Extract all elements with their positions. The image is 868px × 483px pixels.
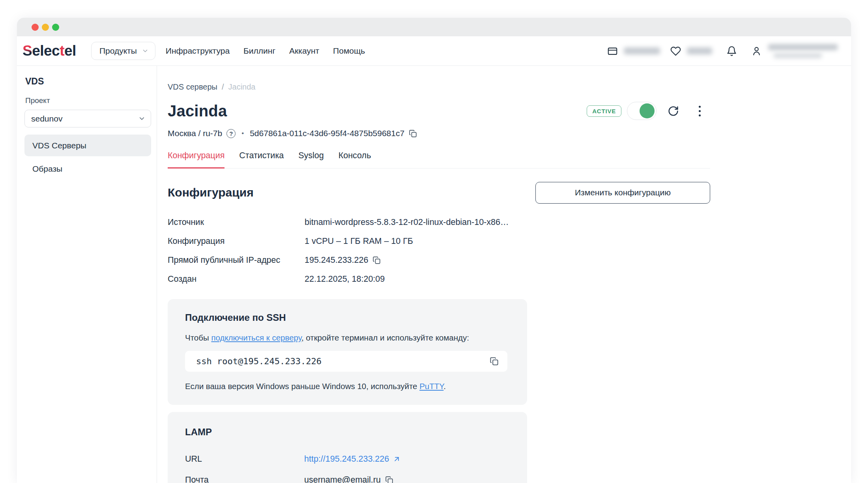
putty-link[interactable]: PuTTY <box>419 382 443 391</box>
chevron-down-icon <box>142 47 149 54</box>
external-link-icon[interactable] <box>393 455 401 463</box>
server-controls: ACTIVE <box>587 102 710 120</box>
app-window: Selectel Продукты Инфраструктура Биллинг… <box>17 18 851 483</box>
edit-configuration-button[interactable]: Изменить конфигурацию <box>535 182 710 204</box>
tabs: Конфигурация Статистика Syslog Консоль <box>168 151 710 168</box>
status-badge: ACTIVE <box>587 105 621 117</box>
favorites-count-blurred[interactable] <box>687 47 712 54</box>
more-actions-kebab-icon[interactable] <box>697 104 702 118</box>
config-row-label: Прямой публичный IP-адрес <box>168 255 305 265</box>
connect-to-server-link[interactable]: подключиться к серверу <box>211 333 301 342</box>
config-row-label: Источник <box>168 217 305 227</box>
ssh-command: ssh root@195.245.233.226 <box>196 356 322 366</box>
billing-card-icon[interactable] <box>607 46 618 56</box>
ssh-command-box: ssh root@195.245.233.226 <box>185 351 507 372</box>
copy-ip-icon[interactable] <box>372 256 381 264</box>
chevron-down-icon <box>138 115 146 122</box>
project-select-value: sedunov <box>31 114 62 124</box>
app-header: Selectel Продукты Инфраструктура Биллинг… <box>17 36 851 66</box>
project-select[interactable]: sedunov <box>24 110 151 127</box>
notifications-bell-icon[interactable] <box>726 46 737 56</box>
sidebar: VDS Проект sedunov VDS Серверы Образы <box>17 66 157 483</box>
config-row-value: 22.12.2025, 18:20:09 <box>305 274 385 284</box>
breadcrumb: VDS серверы / Jacinda <box>168 82 710 92</box>
lamp-row-value: http://195.245.233.226 <box>304 454 401 464</box>
products-dropdown[interactable]: Продукты <box>91 42 155 60</box>
configuration-details: Источник bitnami-wordpress-5.8.3-12-r02-… <box>168 213 710 289</box>
lamp-row-value: username@email.ru <box>304 475 393 483</box>
logo-letters: el <box>64 43 76 59</box>
account-id-blurred <box>774 53 822 58</box>
lamp-row-label: Почта <box>185 475 304 483</box>
sidebar-item-vds-servers[interactable]: VDS Серверы <box>24 135 151 156</box>
products-dropdown-label: Продукты <box>99 46 137 56</box>
sidebar-item-images[interactable]: Образы <box>24 158 151 180</box>
ssh-note-text: Если ваша версия Windows раньше Windows … <box>185 382 507 391</box>
config-row-value: bitnami-wordpress-5.8.3-12-r02-linux-deb… <box>305 217 509 227</box>
tab-console[interactable]: Консоль <box>339 151 371 168</box>
lamp-row-url: URL http://195.245.233.226 <box>185 449 507 470</box>
lamp-details: URL http://195.245.233.226 Почта <box>185 449 507 483</box>
power-toggle[interactable] <box>627 102 657 120</box>
copy-mail-icon[interactable] <box>385 476 393 483</box>
logo-letter-t: t <box>60 43 64 59</box>
nav-infrastructure[interactable]: Инфраструктура <box>166 46 230 56</box>
header-right <box>607 44 838 58</box>
minimize-window-button[interactable] <box>42 24 49 31</box>
project-label: Проект <box>25 96 151 105</box>
config-row-source: Источник bitnami-wordpress-5.8.3-12-r02-… <box>168 213 710 232</box>
server-meta-row: Москва / ru-7b ? • 5d67861a-011c-43d6-95… <box>168 129 710 138</box>
nav-account[interactable]: Аккаунт <box>289 46 319 56</box>
configuration-section-header: Конфигурация Изменить конфигурацию <box>168 182 710 204</box>
server-name: Jacinda <box>168 102 227 120</box>
tab-statistics[interactable]: Статистика <box>239 151 284 168</box>
close-window-button[interactable] <box>32 24 39 31</box>
copy-command-icon[interactable] <box>490 357 499 366</box>
tab-configuration[interactable]: Конфигурация <box>168 151 224 168</box>
ssh-card: Подключение по SSH Чтобы подключиться к … <box>168 299 527 405</box>
favorites-heart-icon[interactable] <box>670 46 681 56</box>
sidebar-item-label: Образы <box>32 164 62 174</box>
lamp-card: LAMP URL http://195.245.233.226 <box>168 412 527 483</box>
nav-help[interactable]: Помощь <box>333 46 365 56</box>
main-panel: VDS серверы / Jacinda Jacinda ACTIVE <box>157 66 851 483</box>
selectel-logo[interactable]: Selectel <box>22 43 76 59</box>
config-row-created: Создан 22.12.2025, 18:20:09 <box>168 270 710 289</box>
maximize-window-button[interactable] <box>52 24 59 31</box>
config-row-label: Создан <box>168 274 305 284</box>
ssh-note-before: Если ваша версия Windows раньше Windows … <box>185 382 419 391</box>
refresh-icon[interactable] <box>668 105 679 117</box>
lamp-mail-value: username@email.ru <box>304 475 381 483</box>
toggle-knob <box>640 103 655 118</box>
lamp-url-link[interactable]: http://195.245.233.226 <box>304 454 389 464</box>
server-uuid: 5d67861a-011c-43d6-95f4-4875b59681c7 <box>250 129 404 138</box>
breadcrumb-current: Jacinda <box>228 82 256 92</box>
ssh-note-after: . <box>443 382 446 391</box>
ssh-intro-before: Чтобы <box>185 333 211 342</box>
sidebar-menu: VDS Серверы Образы <box>24 135 151 180</box>
sidebar-title: VDS <box>25 76 151 87</box>
lamp-card-title: LAMP <box>185 427 507 438</box>
balance-blurred[interactable] <box>624 47 660 54</box>
username-blurred[interactable] <box>768 44 838 58</box>
lamp-row-label: URL <box>185 454 304 464</box>
meta-separator: • <box>241 129 244 137</box>
server-title-row: Jacinda ACTIVE <box>168 102 710 120</box>
config-row-value: 1 vCPU – 1 ГБ RAM – 10 ГБ <box>305 236 413 246</box>
section-title: Конфигурация <box>168 186 254 199</box>
user-profile-icon[interactable] <box>751 46 762 56</box>
lamp-row-mail: Почта username@email.ru <box>185 470 507 483</box>
help-icon[interactable]: ? <box>226 129 236 138</box>
server-location: Москва / ru-7b <box>168 129 222 138</box>
logo-letters: elec <box>32 43 60 59</box>
copy-uuid-icon[interactable] <box>409 129 417 138</box>
tab-syslog[interactable]: Syslog <box>298 151 324 168</box>
breadcrumb-vds-servers[interactable]: VDS серверы <box>168 82 217 92</box>
config-row-configuration: Конфигурация 1 vCPU – 1 ГБ RAM – 10 ГБ <box>168 232 710 251</box>
ssh-intro-text: Чтобы подключиться к серверу, откройте т… <box>185 333 507 343</box>
ssh-card-title: Подключение по SSH <box>185 312 507 323</box>
ssh-intro-after: , откройте терминал и используйте команд… <box>301 333 469 342</box>
body: VDS Проект sedunov VDS Серверы Образы <box>17 66 851 483</box>
config-row-value: 195.245.233.226 <box>305 255 381 265</box>
nav-billing[interactable]: Биллинг <box>243 46 275 56</box>
